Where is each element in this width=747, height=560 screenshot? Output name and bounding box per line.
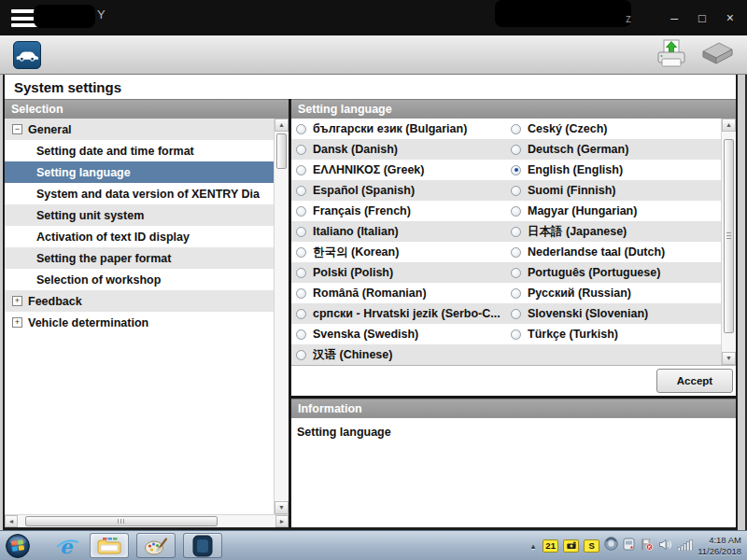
scroll-right-icon[interactable]: ► [275, 515, 289, 527]
language-option[interactable]: Türkçe (Turkish) [506, 324, 721, 344]
tree-hscrollbar-thumb[interactable] [25, 516, 218, 526]
language-scrollbar-thumb[interactable] [724, 139, 734, 333]
volume-icon[interactable] [658, 538, 672, 554]
manual-button[interactable] [697, 39, 738, 73]
tree-scrollbar-thumb[interactable] [276, 133, 287, 169]
radio-icon[interactable] [511, 247, 521, 258]
taskbar-clock[interactable]: 4:18 AM 11/26/2018 [698, 535, 744, 557]
radio-icon[interactable] [511, 227, 521, 237]
file-explorer-button[interactable] [90, 533, 129, 558]
language-option[interactable]: ΕΛΛΗΝΙΚΟΣ (Greek) [291, 160, 506, 180]
radio-icon[interactable] [296, 350, 306, 360]
print-button[interactable] [655, 38, 687, 74]
tree-vertical-scrollbar[interactable]: ▲ ▼ [274, 119, 289, 514]
language-option[interactable]: Français (French) [291, 201, 506, 221]
paint-button[interactable] [136, 533, 176, 558]
language-option[interactable]: српски - Hrvatski jezik (Serbo-C... [291, 303, 506, 324]
app-toolbar [0, 35, 747, 75]
language-option[interactable]: Español (Spanish) [291, 180, 506, 201]
tray-hardware-icon[interactable] [623, 538, 635, 554]
radio-icon[interactable] [296, 329, 306, 340]
radio-icon[interactable] [511, 329, 521, 340]
language-option[interactable]: Română (Romanian) [291, 283, 506, 303]
language-option[interactable]: Suomi (Finnish) [506, 180, 721, 201]
tree-item[interactable]: System and data version of XENTRY Dia [5, 183, 274, 204]
language-option[interactable]: 汉语 (Chinese) [291, 344, 506, 365]
language-option[interactable]: Русский (Russian) [506, 283, 721, 303]
radio-icon[interactable] [296, 206, 306, 217]
radio-icon[interactable] [296, 145, 306, 155]
radio-icon[interactable] [296, 268, 306, 278]
language-option[interactable]: български език (Bulgarian) [291, 119, 506, 139]
radio-icon[interactable] [511, 206, 521, 217]
tree-expand-icon[interactable]: + [12, 317, 22, 328]
language-option[interactable]: Slovenski (Slovenian) [506, 303, 721, 324]
language-option[interactable]: Italiano (Italian) [291, 221, 506, 242]
vehicle-button[interactable] [13, 41, 41, 69]
language-row: Română (Romanian)Русский (Russian) [291, 283, 721, 303]
scroll-up-icon[interactable]: ▲ [722, 119, 736, 132]
radio-icon[interactable] [296, 165, 306, 175]
radio-icon[interactable] [296, 124, 306, 134]
close-icon[interactable]: × [726, 11, 734, 24]
printer-icon [655, 38, 687, 70]
tree-item[interactable]: −General [5, 119, 274, 140]
tray-round-icon[interactable] [604, 537, 618, 554]
radio-icon[interactable] [296, 227, 306, 237]
language-option[interactable]: Magyar (Hungarian) [506, 201, 721, 221]
language-option[interactable]: 한국의 (Korean) [291, 242, 506, 262]
radio-icon[interactable] [296, 309, 306, 319]
tree-item[interactable]: +Feedback [5, 290, 274, 312]
scroll-down-icon[interactable]: ▼ [722, 352, 736, 365]
tree-expand-icon[interactable]: + [12, 296, 22, 306]
language-option[interactable]: Nederlandse taal (Dutch) [506, 242, 721, 262]
minimize-icon[interactable]: – [670, 11, 678, 24]
tree-item[interactable]: +Vehicle determination [5, 312, 274, 333]
tree-item[interactable]: Setting unit system [5, 204, 274, 226]
redacted-brand-name [495, 0, 631, 27]
language-option[interactable]: Svenska (Swedish) [291, 324, 506, 344]
language-option[interactable]: 日本語 (Japanese) [506, 221, 721, 242]
language-option[interactable]: Deutsch (German) [506, 139, 721, 160]
radio-icon[interactable] [296, 247, 306, 258]
scroll-up-icon[interactable]: ▲ [275, 119, 289, 132]
language-vertical-scrollbar[interactable]: ▲ ▼ [721, 119, 736, 365]
radio-icon[interactable] [511, 288, 521, 299]
language-option[interactable]: Ceský (Czech) [506, 119, 721, 139]
radio-icon[interactable] [511, 309, 521, 319]
radio-icon[interactable] [511, 186, 521, 196]
accept-button[interactable]: Accept [656, 369, 733, 393]
scroll-left-icon[interactable]: ◄ [5, 515, 18, 527]
tray-device-icon[interactable] [563, 539, 579, 553]
xentry-app-icon [192, 535, 213, 557]
radio-icon[interactable] [296, 288, 306, 299]
radio-icon[interactable] [511, 124, 521, 134]
radio-icon[interactable] [296, 186, 306, 196]
tray-badge-21[interactable]: 21 [543, 539, 558, 553]
xentry-app-button[interactable] [183, 533, 222, 558]
scroll-down-icon[interactable]: ▼ [275, 501, 289, 514]
language-option[interactable]: Português (Portuguese) [506, 262, 721, 283]
tree-collapse-icon[interactable]: − [12, 124, 22, 134]
internet-explorer-button[interactable]: e [54, 533, 82, 559]
radio-icon[interactable] [511, 145, 521, 155]
tree-item[interactable]: Setting the paper format [5, 247, 274, 269]
book-icon [697, 39, 738, 69]
tree-item[interactable]: Activation of text ID display [5, 226, 274, 247]
tree-horizontal-scrollbar[interactable]: ◄ ► [5, 514, 289, 527]
tray-chevron-up-icon[interactable]: ▴ [529, 541, 539, 551]
tree-item[interactable]: Setting date and time format [5, 140, 274, 161]
tray-s-icon[interactable]: S [584, 539, 599, 553]
action-center-flag-icon[interactable] [640, 538, 654, 554]
language-option[interactable]: English (English) [506, 160, 721, 180]
start-button[interactable] [6, 534, 30, 558]
tree-item-label: Selection of workshop [36, 273, 161, 287]
maximize-icon[interactable]: □ [698, 12, 706, 24]
network-signal-icon[interactable] [677, 538, 693, 554]
tree-item[interactable]: Selection of workshop [5, 269, 274, 290]
radio-icon[interactable] [511, 165, 521, 175]
language-option[interactable]: Polski (Polish) [291, 262, 506, 283]
radio-icon[interactable] [511, 268, 521, 278]
language-option[interactable]: Dansk (Danish) [291, 139, 506, 160]
tree-item[interactable]: Setting language [5, 161, 274, 183]
